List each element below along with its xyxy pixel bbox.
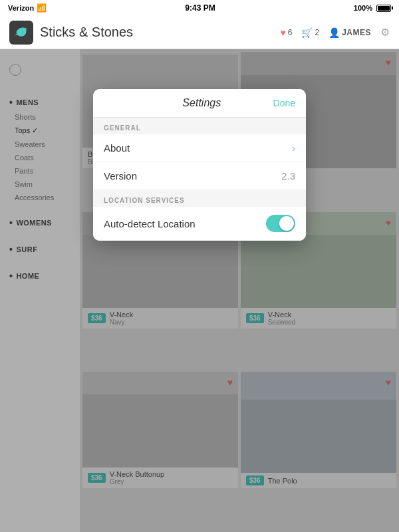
bird-icon xyxy=(15,26,28,39)
status-left: Verizon 📶 xyxy=(8,3,47,13)
gear-icon: ⚙ xyxy=(380,26,390,39)
user-button[interactable]: 👤 JAMES xyxy=(329,27,371,38)
status-bar: Verizon 📶 9:43 PM 100% xyxy=(0,0,399,16)
toggle-knob xyxy=(279,216,294,231)
carrier-label: Verizon xyxy=(8,4,34,12)
auto-detect-label: Auto-detect Location xyxy=(104,218,196,229)
location-section-label: LOCATION SERVICES xyxy=(93,190,306,207)
status-right: 100% xyxy=(354,4,391,12)
favorites-count: 6 xyxy=(288,28,293,37)
favorites-button[interactable]: ♥ 6 xyxy=(280,27,292,38)
about-row[interactable]: About › xyxy=(93,134,306,162)
auto-detect-row: Auto-detect Location xyxy=(93,207,306,241)
modal-overlay: Settings Done GENERAL About › Version 2.… xyxy=(0,49,399,532)
cart-count: 2 xyxy=(315,28,319,37)
battery-icon xyxy=(376,5,391,12)
user-icon: 👤 xyxy=(329,27,340,38)
main-container: MENS Shorts Tops ✓ Sweaters Coats Pants … xyxy=(0,49,399,532)
version-value: 2.3 xyxy=(281,170,295,182)
brand-logo[interactable] xyxy=(9,21,33,45)
battery-percent-label: 100% xyxy=(354,4,372,12)
version-label: Version xyxy=(104,170,137,182)
header-actions: ♥ 6 🛒 2 👤 JAMES ⚙ xyxy=(280,26,390,39)
general-section-label: GENERAL xyxy=(93,118,306,134)
settings-modal: Settings Done GENERAL About › Version 2.… xyxy=(93,89,306,241)
about-label: About xyxy=(104,142,130,154)
modal-header: Settings Done xyxy=(93,89,306,118)
header: Sticks & Stones ♥ 6 🛒 2 👤 JAMES ⚙ xyxy=(0,16,399,49)
version-row: Version 2.3 xyxy=(93,162,306,190)
cart-button[interactable]: 🛒 2 xyxy=(301,27,319,38)
cart-icon: 🛒 xyxy=(301,27,313,38)
heart-icon: ♥ xyxy=(280,27,285,38)
wifi-icon: 📶 xyxy=(37,3,47,13)
status-time: 9:43 PM xyxy=(185,3,215,13)
brand-name: Sticks & Stones xyxy=(40,25,280,40)
modal-title: Settings xyxy=(130,97,273,109)
chevron-right-icon: › xyxy=(292,143,295,154)
user-name-label: JAMES xyxy=(342,28,371,37)
modal-done-button[interactable]: Done xyxy=(273,98,295,108)
settings-button[interactable]: ⚙ xyxy=(380,26,390,39)
auto-detect-toggle[interactable] xyxy=(266,215,295,232)
